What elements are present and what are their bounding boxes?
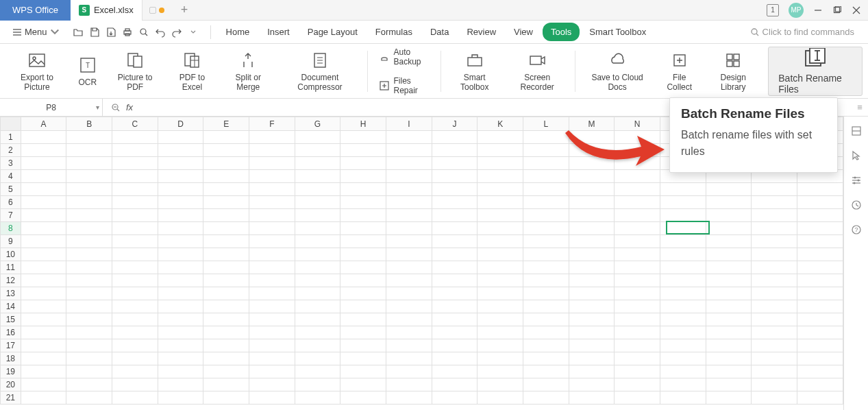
cell[interactable] xyxy=(295,365,340,378)
cell[interactable] xyxy=(797,183,843,196)
cell[interactable] xyxy=(158,287,203,300)
cell[interactable] xyxy=(112,235,158,248)
cell[interactable] xyxy=(386,209,432,222)
cell[interactable] xyxy=(112,196,158,209)
cell[interactable] xyxy=(615,300,660,313)
cell[interactable] xyxy=(660,274,706,287)
batch-rename-files-button[interactable]: Batch Rename Files xyxy=(768,47,863,96)
cell[interactable] xyxy=(569,274,615,287)
cell[interactable] xyxy=(21,352,66,365)
auto-backup-button[interactable]: Auto Backup xyxy=(373,45,436,69)
cell[interactable] xyxy=(340,365,386,378)
cell[interactable] xyxy=(706,378,752,391)
cell[interactable] xyxy=(523,287,569,300)
cell[interactable] xyxy=(21,378,66,391)
ribbon-tab-formulas[interactable]: Formulas xyxy=(367,23,421,41)
cell[interactable] xyxy=(752,352,797,365)
cell[interactable] xyxy=(752,209,797,222)
cell[interactable] xyxy=(569,196,615,209)
cell[interactable] xyxy=(478,391,523,405)
cell[interactable] xyxy=(569,391,615,405)
cell[interactable] xyxy=(295,339,340,352)
cell[interactable] xyxy=(706,261,752,274)
cell[interactable] xyxy=(203,235,249,248)
ribbon-tab-insert[interactable]: Insert xyxy=(259,23,298,41)
col-header[interactable]: M xyxy=(569,117,615,131)
cell[interactable] xyxy=(569,170,615,183)
maximize-button[interactable] xyxy=(832,5,842,15)
cell[interactable] xyxy=(249,378,295,391)
cell[interactable] xyxy=(203,391,249,405)
cell[interactable] xyxy=(478,261,523,274)
cell[interactable] xyxy=(203,248,249,261)
cell[interactable] xyxy=(340,274,386,287)
cell[interactable] xyxy=(66,222,112,235)
cell[interactable] xyxy=(523,170,569,183)
cell[interactable] xyxy=(432,300,478,313)
cell[interactable] xyxy=(615,378,660,391)
cell[interactable] xyxy=(615,261,660,274)
cell[interactable] xyxy=(203,196,249,209)
cell[interactable] xyxy=(615,209,660,222)
row-header[interactable]: 19 xyxy=(1,365,21,378)
cell[interactable] xyxy=(295,170,340,183)
row-header[interactable]: 12 xyxy=(1,274,21,287)
cell[interactable] xyxy=(21,391,66,405)
cell[interactable] xyxy=(752,391,797,405)
cell[interactable] xyxy=(203,209,249,222)
cell[interactable] xyxy=(340,339,386,352)
cell[interactable] xyxy=(706,209,752,222)
cell[interactable] xyxy=(386,300,432,313)
save-cloud-button[interactable]: Save to Cloud Docs xyxy=(581,48,654,95)
cell[interactable] xyxy=(295,313,340,326)
col-header[interactable]: E xyxy=(203,117,249,131)
cell[interactable] xyxy=(615,339,660,352)
cell[interactable] xyxy=(432,287,478,300)
cell[interactable] xyxy=(249,300,295,313)
cell[interactable] xyxy=(66,287,112,300)
cell[interactable] xyxy=(478,170,523,183)
cell[interactable] xyxy=(158,365,203,378)
picture-to-pdf-button[interactable]: Picture to PDF xyxy=(107,48,164,95)
col-header[interactable]: B xyxy=(66,117,112,131)
collapse-side-icon[interactable]: ≡ xyxy=(852,102,868,112)
cell[interactable] xyxy=(295,287,340,300)
cell[interactable] xyxy=(569,261,615,274)
cell[interactable] xyxy=(706,235,752,248)
cell[interactable] xyxy=(660,378,706,391)
cell[interactable] xyxy=(21,300,66,313)
cell[interactable] xyxy=(478,248,523,261)
ribbon-tab-view[interactable]: View xyxy=(506,23,541,41)
cell[interactable] xyxy=(66,274,112,287)
cell[interactable] xyxy=(569,352,615,365)
cell[interactable] xyxy=(66,209,112,222)
help-icon[interactable]: ? xyxy=(850,224,863,236)
cell[interactable] xyxy=(752,365,797,378)
cell[interactable] xyxy=(797,352,843,365)
cell[interactable] xyxy=(21,235,66,248)
cell[interactable] xyxy=(249,326,295,339)
cell[interactable] xyxy=(706,300,752,313)
row-header[interactable]: 7 xyxy=(1,209,21,222)
cell[interactable] xyxy=(478,300,523,313)
cell[interactable] xyxy=(615,131,660,144)
files-repair-button[interactable]: Files Repair xyxy=(373,73,436,98)
cell[interactable] xyxy=(478,339,523,352)
save-icon[interactable] xyxy=(88,26,101,38)
cell[interactable] xyxy=(340,352,386,365)
cell[interactable] xyxy=(158,144,203,157)
cell[interactable] xyxy=(660,222,706,235)
col-header[interactable]: I xyxy=(386,117,432,131)
cell[interactable] xyxy=(432,378,478,391)
col-header[interactable]: J xyxy=(432,117,478,131)
cell[interactable] xyxy=(21,326,66,339)
cell[interactable] xyxy=(432,313,478,326)
row-header[interactable]: 14 xyxy=(1,300,21,313)
cell[interactable] xyxy=(112,313,158,326)
select-all-corner[interactable] xyxy=(1,117,21,131)
screen-recorder-button[interactable]: Screen Recorder xyxy=(505,48,569,95)
cell[interactable] xyxy=(340,209,386,222)
cell[interactable] xyxy=(569,339,615,352)
cell[interactable] xyxy=(660,183,706,196)
cell[interactable] xyxy=(21,248,66,261)
